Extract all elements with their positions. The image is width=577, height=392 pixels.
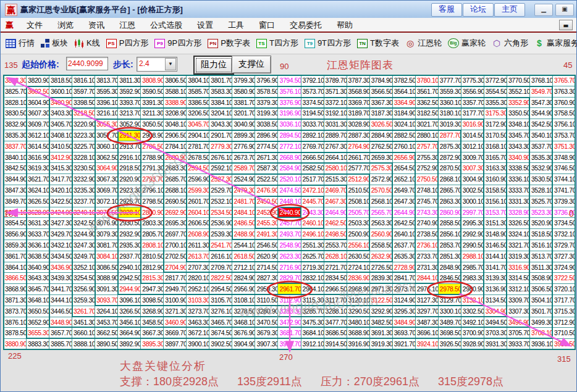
grid-cell[interactable]: 2445.70: [301, 196, 324, 207]
grid-cell[interactable]: 3189.70: [347, 108, 370, 119]
grid-cell[interactable]: 3552.10: [507, 86, 530, 98]
grid-cell[interactable]: 2700.10: [164, 240, 187, 251]
toolbar-item-box-9[interactable]: TNT数字表: [357, 38, 399, 49]
grid-cell[interactable]: 2875.30: [439, 141, 461, 152]
grid-cell[interactable]: 2577.70: [347, 163, 370, 174]
grid-cell[interactable]: 2716.90: [278, 262, 301, 273]
grid-cell[interactable]: 3722.50: [553, 273, 576, 284]
grid-cell[interactable]: 2858.50: [439, 218, 461, 229]
menu-item-7[interactable]: 工具: [221, 18, 251, 31]
grid-cell[interactable]: 2774.50: [255, 141, 278, 152]
toolbar-item-blocks-2[interactable]: 板块: [41, 38, 68, 49]
grid-cell[interactable]: 3583.30: [209, 86, 232, 98]
grid-cell[interactable]: 3007.30: [461, 163, 484, 174]
grid-cell[interactable]: 2560.90: [370, 229, 393, 240]
grid-cell[interactable]: 2551.30: [301, 240, 324, 251]
grid-cell[interactable]: 3091.30: [95, 284, 118, 295]
grid-cell[interactable]: 2635.30: [393, 251, 416, 262]
grid-cell[interactable]: 2640.10: [393, 229, 416, 240]
grid-cell[interactable]: 3199.30: [255, 108, 278, 119]
grid-cell[interactable]: 2968.90: [347, 284, 370, 295]
grid-cell[interactable]: 3230.50: [72, 163, 95, 174]
grid-cell[interactable]: 2563.30: [370, 218, 393, 229]
grid-cell[interactable]: 2649.70: [393, 185, 416, 196]
grid-cell[interactable]: 3621.70: [27, 174, 49, 185]
grid-cell[interactable]: 3576.10: [278, 86, 301, 98]
grid-cell[interactable]: 3153.70: [484, 207, 507, 219]
grid-cell[interactable]: 3679.30: [255, 328, 278, 339]
grid-cell[interactable]: 3643.30: [27, 273, 49, 284]
grid-cell[interactable]: 2908.90: [141, 130, 164, 141]
grid-cell[interactable]: 2510.50: [347, 185, 370, 196]
grid-cell[interactable]: 3043.30: [209, 119, 232, 130]
grid-cell[interactable]: 3026.50: [370, 119, 393, 130]
grid-cell[interactable]: 2990.50: [461, 240, 484, 251]
grid-cell[interactable]: 3340.90: [507, 152, 530, 164]
grid-cell[interactable]: 3177.70: [461, 108, 484, 119]
grid-cell[interactable]: 3355.30: [484, 98, 507, 109]
grid-cell[interactable]: 2620.90: [255, 251, 278, 262]
grid-cell[interactable]: 3019.30: [439, 119, 461, 130]
grid-cell[interactable]: 3314.50: [507, 273, 530, 284]
grid-cell[interactable]: 3093.70: [95, 295, 118, 306]
grid-cell[interactable]: 3568.90: [347, 86, 370, 98]
grid-cell[interactable]: 3703.30: [484, 328, 507, 339]
grid-cell[interactable]: 3830.50: [4, 108, 27, 119]
grid-cell[interactable]: 3211.30: [141, 108, 164, 119]
grid-cell[interactable]: 3225.70: [72, 141, 95, 152]
grid-cell[interactable]: 3432.10: [49, 240, 72, 251]
grid-cell[interactable]: 2719.30: [301, 262, 324, 273]
grid-cell[interactable]: 3460.90: [164, 317, 187, 328]
grid-cell[interactable]: 3530.50: [530, 174, 553, 185]
grid-cell[interactable]: 3352.90: [507, 98, 530, 109]
grid-cell[interactable]: 2618.50: [232, 251, 255, 262]
grid-cell[interactable]: 2721.70: [324, 262, 347, 273]
grid-cell[interactable]: 3636.10: [27, 240, 49, 251]
grid-cell[interactable]: 3540.10: [530, 130, 553, 141]
grid-cell[interactable]: 3840.10: [4, 152, 27, 164]
grid-cell[interactable]: 3369.70: [347, 98, 370, 109]
grid-cell[interactable]: 3444.10: [49, 295, 72, 306]
grid-cell[interactable]: 3780.10: [416, 75, 439, 86]
grid-cell[interactable]: 3708.10: [530, 328, 553, 339]
grid-cell[interactable]: 3268.90: [141, 306, 164, 317]
grid-cell[interactable]: 3777.70: [439, 75, 461, 86]
grid-cell[interactable]: 3458.50: [141, 317, 164, 328]
grid-cell[interactable]: 3748.90: [553, 152, 576, 164]
grid-cell[interactable]: 3796.90: [255, 75, 278, 86]
grid-cell[interactable]: 3931.30: [484, 339, 507, 350]
grid-cell[interactable]: 3640.90: [27, 262, 49, 273]
grid-cell[interactable]: 3079.30: [95, 229, 118, 240]
grid-cell[interactable]: 3187.30: [370, 108, 393, 119]
grid-cell[interactable]: 2599.30: [187, 185, 209, 196]
grid-cell[interactable]: 3170.50: [484, 130, 507, 141]
grid-cell[interactable]: 3580.90: [232, 86, 255, 98]
grid-cell[interactable]: 3192.10: [324, 108, 347, 119]
grid-cell[interactable]: 3897.70: [164, 339, 187, 350]
grid-cell[interactable]: 2450.50: [255, 196, 278, 207]
grid-cell[interactable]: 3878.50: [4, 328, 27, 339]
grid-cell[interactable]: 2817.70: [164, 273, 187, 284]
grid-cell[interactable]: 3271.30: [164, 306, 187, 317]
grid-cell[interactable]: 3016.90: [461, 119, 484, 130]
support-button[interactable]: 支撑位: [232, 56, 271, 73]
grid-cell[interactable]: 3847.30: [4, 185, 27, 196]
grid-cell[interactable]: 3919.30: [370, 339, 393, 350]
grid-cell[interactable]: 3626.50: [27, 196, 49, 207]
grid-cell[interactable]: 2565.70: [370, 207, 393, 219]
grid-cell[interactable]: 3290.50: [347, 306, 370, 317]
toolbar-item-box-5[interactable]: P99P四方形: [154, 38, 201, 49]
grid-cell[interactable]: 2474.50: [278, 185, 301, 196]
grid-cell[interactable]: 2786.50: [141, 141, 164, 152]
grid-cell[interactable]: 2479.30: [232, 185, 255, 196]
grid-cell[interactable]: 3768.10: [530, 75, 553, 86]
grid-cell[interactable]: 3288.10: [324, 306, 347, 317]
grid-cell[interactable]: 3511.30: [530, 262, 553, 273]
grid-cell[interactable]: 3912.10: [301, 339, 324, 350]
grid-cell[interactable]: 3564.10: [393, 86, 416, 98]
grid-cell[interactable]: 3002.50: [461, 185, 484, 196]
grid-cell[interactable]: 2481.70: [232, 196, 255, 207]
grid-cell[interactable]: 2846.50: [439, 273, 461, 284]
grid-cell[interactable]: 3612.10: [27, 130, 49, 141]
toolbar-item-kline-3[interactable]: K线: [74, 38, 100, 49]
